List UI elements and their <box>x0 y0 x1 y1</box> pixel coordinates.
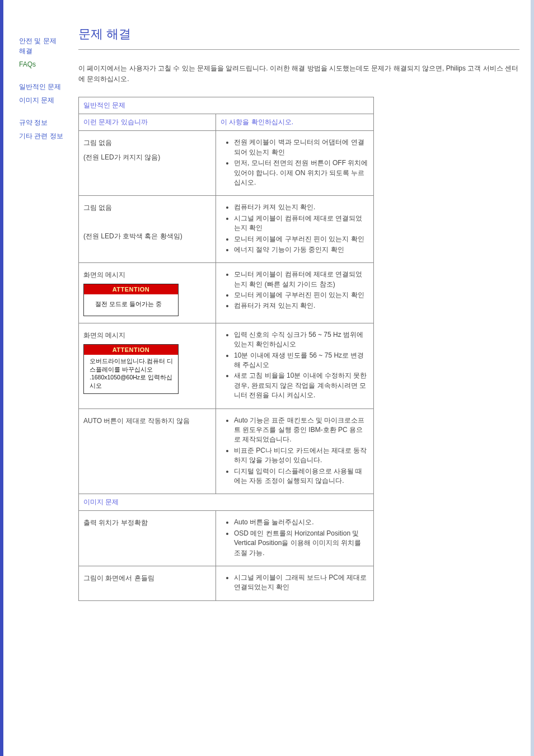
solution-list: 입력 신호의 수직 싱크가 56 ~ 75 Hz 범위에 있는지 확인하십시오 … <box>221 330 369 401</box>
separator <box>78 49 519 50</box>
attention-body: 절전 모드로 들어가는 중 <box>84 294 178 315</box>
sidebar-link-image[interactable]: 이미지 문제 <box>19 95 64 105</box>
list-item: Auto 버튼을 눌러주십시오. <box>234 518 369 527</box>
col-solution: 이 사항을 확인하십시오. <box>216 114 374 131</box>
col-problem: 이런 문제가 있습니까 <box>79 114 216 131</box>
solution-list: Auto 기능은 표준 매킨토스 및 마이크로소프트 윈도우즈를 실행 중인 I… <box>221 416 369 486</box>
list-item: 컴퓨터가 켜져 있는지 확인. <box>234 301 369 311</box>
list-item: OSD 메인 컨트롤의 Horizontal Position 및 Vertic… <box>234 529 369 558</box>
list-item: 시그널 케이블이 그래픽 보드나 PC에 제대로 연결되었는지 확인 <box>234 573 369 593</box>
problem-text: 그림 없음 <box>83 138 211 148</box>
attention-header: ATTENTION <box>84 345 178 355</box>
list-item: 전원 케이블이 벽과 모니터의 어댑터에 연결되어 있는지 확인 <box>234 138 369 157</box>
list-item: 모니터 케이블에 구부러진 핀이 있는지 확인 <box>234 234 369 244</box>
sidebar-link-regulation[interactable]: 규약 정보 <box>19 118 64 128</box>
table-row: 화면의 메시지 ATTENTION 절전 모드로 들어가는 중 모니터 케이블이… <box>79 263 374 323</box>
attention-body: 오버드라이브입니다.컴퓨터 디스플레이를 바꾸십시오 .1680x1050@60… <box>84 355 178 393</box>
solution-list: 전원 케이블이 벽과 모니터의 어댑터에 연결되어 있는지 확인 먼저, 모니터… <box>221 138 369 187</box>
sidebar-link-safety[interactable]: 안전 및 문제 해결 <box>19 36 64 56</box>
solution-list: 컴퓨터가 켜져 있는지 확인. 시그널 케이블이 컴퓨터에 제대로 연결되었는지… <box>221 203 369 255</box>
problem-text: 출력 위치가 부정확함 <box>83 518 211 528</box>
sidebar-link-faqs[interactable]: FAQs <box>19 59 64 69</box>
table-row: 그림 없음 (전원 LED가 호박색 혹은 황색임) 컴퓨터가 켜져 있는지 확… <box>79 196 374 263</box>
list-item: 10분 이내에 재생 빈도를 56 ~ 75 Hz로 변경해 주십시오 <box>234 351 369 370</box>
attention-header: ATTENTION <box>84 284 178 294</box>
problem-text <box>83 217 211 228</box>
solution-list: Auto 버튼을 눌러주십시오. OSD 메인 컨트롤의 Horizontal … <box>221 518 369 558</box>
problem-text: 화면의 메시지 <box>83 330 211 341</box>
list-item: 먼저, 모니터 전면의 전원 버튼이 OFF 위치에 있어야 합니다. 이제 O… <box>234 158 369 187</box>
table-row: 화면의 메시지 ATTENTION 오버드라이브입니다.컴퓨터 디스플레이를 바… <box>79 323 374 408</box>
problem-text: 그림 없음 <box>83 203 211 213</box>
list-item: Auto 기능은 표준 매킨토스 및 마이크로소프트 윈도우즈를 실행 중인 I… <box>234 416 369 445</box>
sidebar: 안전 및 문제 해결 FAQs 일반적인 문제 이미지 문제 규약 정보 기타 … <box>19 10 68 144</box>
attention-box: ATTENTION 절전 모드로 들어가는 중 <box>83 284 179 316</box>
intro-text: 이 페이지에서는 사용자가 고칠 수 있는 문제들을 알려드립니다. 이러한 해… <box>78 63 519 84</box>
list-item: 시그널 케이블이 컴퓨터에 제대로 연결되었는지 확인 <box>234 214 369 233</box>
solution-list: 모니터 케이블이 컴퓨터에 제대로 연결되었는지 확인 (빠른 설치 가이드 참… <box>221 270 369 311</box>
list-item: 비표준 PC나 비디오 카드에서는 제대로 동작하지 않을 가능성이 있습니다. <box>234 446 369 466</box>
page-title: 문제 해결 <box>78 26 519 43</box>
troubleshooting-table: 일반적인 문제 이런 문제가 있습니까 이 사항을 확인하십시오. 그림 없음 … <box>78 97 374 600</box>
attention-box: ATTENTION 오버드라이브입니다.컴퓨터 디스플레이를 바꾸십시오 .16… <box>83 344 179 394</box>
main-content: 문제 해결 이 페이지에서는 사용자가 고칠 수 있는 문제들을 알려드립니다.… <box>68 10 519 601</box>
table-row: 그림 없음 (전원 LED가 켜지지 않음) 전원 케이블이 벽과 모니터의 어… <box>79 131 374 196</box>
list-item: 모니터 케이블이 컴퓨터에 제대로 연결되었는지 확인 (빠른 설치 가이드 참… <box>234 270 369 289</box>
table-row: 출력 위치가 부정확함 Auto 버튼을 눌러주십시오. OSD 메인 컨트롤의… <box>79 511 374 566</box>
table-row: AUTO 버튼이 제대로 작동하지 않음 Auto 기능은 표준 매킨토스 및 … <box>79 408 374 494</box>
problem-text: AUTO 버튼이 제대로 작동하지 않음 <box>83 416 211 426</box>
problem-text: (전원 LED가 호박색 혹은 황색임) <box>83 231 211 242</box>
problem-text: (전원 LED가 켜지지 않음) <box>83 152 211 163</box>
list-item: 컴퓨터가 켜져 있는지 확인. <box>234 203 369 212</box>
problem-text: 그림이 화면에서 흔들림 <box>83 573 211 584</box>
section-general: 일반적인 문제 <box>79 97 374 114</box>
sidebar-link-other[interactable]: 기타 관련 정보 <box>19 131 64 141</box>
list-item: 디지털 입력이 디스플레이용으로 사용될 때에는 자동 조정이 실행되지 않습니… <box>234 467 369 486</box>
section-image: 이미지 문제 <box>79 494 374 511</box>
problem-text: 화면의 메시지 <box>83 270 211 280</box>
table-row: 그림이 화면에서 흔들림 시그널 케이블이 그래픽 보드나 PC에 제대로 연결… <box>79 566 374 600</box>
page-frame: 안전 및 문제 해결 FAQs 일반적인 문제 이미지 문제 규약 정보 기타 … <box>0 0 534 756</box>
list-item: 입력 신호의 수직 싱크가 56 ~ 75 Hz 범위에 있는지 확인하십시오 <box>234 330 369 350</box>
solution-list: 시그널 케이블이 그래픽 보드나 PC에 제대로 연결되었는지 확인 <box>221 573 369 593</box>
list-item: 모니터 케이블에 구부러진 핀이 있는지 확인 <box>234 290 369 300</box>
sidebar-link-general[interactable]: 일반적인 문제 <box>19 82 64 92</box>
list-item: 새로 고침 비율을 10분 이내에 수정하지 못한 경우, 완료되지 않은 작업… <box>234 371 369 400</box>
list-item: 에너지 절약 기능이 가동 중인지 확인 <box>234 245 369 255</box>
